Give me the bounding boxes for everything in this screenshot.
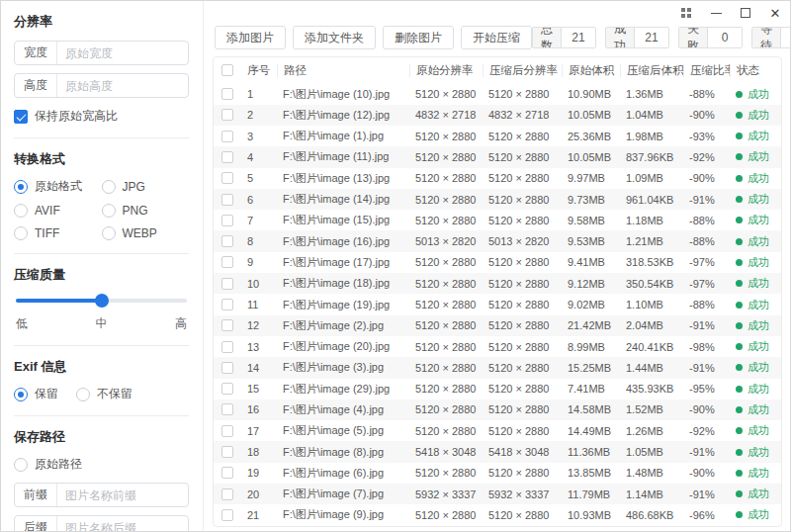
status-dot-icon xyxy=(736,343,743,350)
format-option-jpg[interactable]: JPG xyxy=(102,178,190,195)
original-size: 8.99MB xyxy=(562,341,620,353)
table-row: 2F:\图片\image (12).jpg4832 × 27184832 × 2… xyxy=(214,105,781,126)
row-checkbox[interactable] xyxy=(221,425,233,437)
format-option-原始格式[interactable]: 原始格式 xyxy=(14,178,102,195)
compressed-size: 318.53KB xyxy=(620,256,683,268)
row-checkbox[interactable] xyxy=(221,467,233,479)
header-checkbox-cell xyxy=(214,64,241,76)
row-checkbox[interactable] xyxy=(221,172,233,184)
minimize-button[interactable] xyxy=(701,1,731,25)
status-badge: 成功 xyxy=(730,108,781,123)
row-checkbox[interactable] xyxy=(221,341,233,353)
stat-success: 成功21 xyxy=(605,27,669,48)
row-index: 8 xyxy=(241,235,277,247)
suffix-input[interactable] xyxy=(57,521,188,532)
status-text: 成功 xyxy=(747,171,769,186)
status-text: 成功 xyxy=(747,445,769,460)
compressed-resolution: 5418 × 3048 xyxy=(483,446,562,458)
original-size: 10.05MB xyxy=(562,109,620,121)
compression-ratio: -97% xyxy=(683,278,730,290)
slider-handle[interactable] xyxy=(95,294,109,308)
row-checkbox[interactable] xyxy=(221,235,233,247)
stat-label: 失败 xyxy=(679,28,708,47)
table-body: 1F:\图片\image (10).jpg5120 × 28805120 × 2… xyxy=(214,83,781,525)
status-badge: 成功 xyxy=(730,360,781,375)
close-button[interactable]: ✕ xyxy=(760,1,790,25)
compressed-resolution: 5120 × 2880 xyxy=(483,362,562,374)
add-folder-button[interactable]: 添加文件夹 xyxy=(293,26,376,49)
status-badge: 成功 xyxy=(730,402,781,417)
row-checkbox[interactable] xyxy=(221,488,233,500)
format-option-png[interactable]: PNG xyxy=(102,204,190,218)
format-option-avif[interactable]: AVIF xyxy=(14,204,102,218)
exif-option-保留[interactable]: 保留 xyxy=(14,386,58,402)
row-checkbox-cell xyxy=(214,151,241,163)
delete-images-button[interactable]: 删除图片 xyxy=(383,26,454,49)
row-checkbox[interactable] xyxy=(221,509,233,521)
height-input[interactable] xyxy=(57,79,188,93)
status-badge: 成功 xyxy=(730,234,781,249)
status-dot-icon xyxy=(736,364,743,371)
keep-aspect-ratio-checkbox[interactable]: 保持原始宽高比 xyxy=(14,108,189,125)
row-checkbox[interactable] xyxy=(221,319,233,331)
toolbar: 添加图片添加文件夹删除图片开始压缩 总数21成功21失败0等待0 xyxy=(215,26,780,49)
compression-ratio: -93% xyxy=(683,131,730,142)
prefix-input[interactable] xyxy=(57,488,188,502)
row-checkbox[interactable] xyxy=(221,109,233,121)
status-badge: 成功 xyxy=(730,149,781,164)
stat-failed: 失败0 xyxy=(678,27,743,48)
status-text: 成功 xyxy=(747,487,769,501)
row-checkbox[interactable] xyxy=(221,362,233,374)
original-resolution: 5120 × 2880 xyxy=(409,467,483,479)
original-size: 15.25MB xyxy=(562,362,620,374)
original-path-radio[interactable]: 原始路径 xyxy=(14,456,189,473)
exif-option-不保留[interactable]: 不保留 xyxy=(76,386,132,402)
apps-grid-icon[interactable] xyxy=(671,1,701,25)
row-checkbox[interactable] xyxy=(221,215,233,226)
row-checkbox[interactable] xyxy=(221,278,233,290)
checkbox-icon xyxy=(14,110,28,124)
start-compress-button[interactable]: 开始压缩 xyxy=(461,26,532,49)
row-checkbox[interactable] xyxy=(221,403,233,415)
maximize-button[interactable] xyxy=(731,1,760,25)
compressed-size: 486.68KB xyxy=(620,509,683,521)
format-option-label: JPG xyxy=(123,180,145,194)
compression-ratio: -96% xyxy=(683,509,730,521)
row-checkbox[interactable] xyxy=(221,383,233,395)
original-resolution: 5120 × 2880 xyxy=(409,299,483,310)
resolution-section-title: 分辨率 xyxy=(14,13,189,31)
select-all-checkbox[interactable] xyxy=(221,64,233,76)
status-dot-icon xyxy=(736,511,743,518)
compressed-size: 1.52MB xyxy=(620,403,683,415)
quality-slider[interactable] xyxy=(16,294,187,308)
compression-ratio: -91% xyxy=(683,488,730,500)
row-checkbox[interactable] xyxy=(221,194,233,206)
row-checkbox[interactable] xyxy=(221,299,233,310)
row-checkbox-cell xyxy=(214,256,241,268)
format-option-webp[interactable]: WEBP xyxy=(102,226,190,240)
row-checkbox[interactable] xyxy=(221,256,233,268)
row-checkbox[interactable] xyxy=(221,446,233,458)
format-option-tiff[interactable]: TIFF xyxy=(14,226,102,240)
file-path: F:\图片\image (10).jpg xyxy=(277,87,409,102)
compressed-resolution: 5120 × 2880 xyxy=(483,88,562,100)
table-row: 8F:\图片\image (16).jpg5013 × 28205013 × 2… xyxy=(214,230,781,251)
compressed-resolution: 5120 × 2880 xyxy=(483,131,562,142)
status-badge: 成功 xyxy=(730,276,781,291)
format-options: 原始格式JPGAVIFPNGTIFFWEBP xyxy=(14,178,189,240)
row-checkbox[interactable] xyxy=(221,151,233,163)
original-size: 9.73MB xyxy=(562,194,620,206)
add-images-button[interactable]: 添加图片 xyxy=(215,26,286,49)
compressed-size: 2.04MB xyxy=(620,319,683,331)
row-checkbox[interactable] xyxy=(221,88,233,100)
original-size: 11.79MB xyxy=(562,488,620,500)
quality-mid-label: 中 xyxy=(96,315,108,332)
height-label: 高度 xyxy=(15,74,57,97)
original-size: 10.90MB xyxy=(562,88,620,100)
prefix-field-group: 前缀 xyxy=(14,483,189,507)
stats-bar: 总数21成功21失败0等待0 xyxy=(532,27,791,48)
width-input[interactable] xyxy=(57,46,188,60)
quality-high-label: 高 xyxy=(175,315,187,332)
row-index: 7 xyxy=(241,215,277,226)
row-checkbox[interactable] xyxy=(221,131,233,142)
